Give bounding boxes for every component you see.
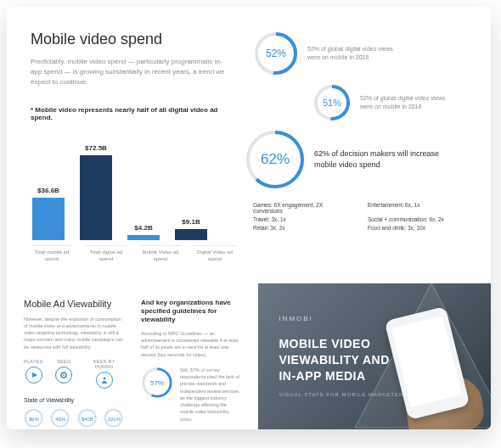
mini-donut-value: 46%: [55, 417, 65, 422]
bar-label: Mobile Video ad spend: [139, 245, 182, 263]
bar-rect: [80, 155, 112, 240]
guidelines-sub: And key organizations have specified gui…: [141, 299, 241, 325]
bar-label: Total mobile ad spend: [31, 245, 73, 263]
trio-label: PLAYED: [24, 359, 43, 364]
donut-pct: 62%: [261, 151, 290, 168]
col-left: Mobile video spend Predictably, mobile v…: [31, 31, 236, 263]
guidelines-text: According to MRC Guidelines — an adverti…: [141, 330, 241, 358]
donut: 51%: [312, 83, 352, 122]
bar-label: Digital Video ad spend: [194, 245, 236, 263]
donut-caption: 52% of global digital video views were o…: [307, 45, 401, 62]
bar: $9.1B: [173, 218, 209, 240]
state-title: State of Viewability: [24, 397, 124, 403]
mrc-pct: 57%: [150, 378, 164, 386]
bar-label: Total digital ad spend: [85, 245, 127, 263]
mrc-caption: Still, 57% of survey respondents cited t…: [180, 367, 241, 423]
donut-pct: 52%: [266, 48, 286, 59]
trio-item: SEEN BY HUMAN: [84, 359, 124, 389]
promo-panel: INMOBI MOBILE VIDEO VIEWABILITY AND IN-A…: [258, 283, 491, 429]
mini-donut-value: 101%: [108, 417, 121, 422]
mini-donut: 36%: [24, 408, 43, 429]
mrc-row: 57% Still, 57% of survey respondents cit…: [141, 367, 241, 423]
donut: 62%: [245, 129, 306, 190]
donut-caption: 62% of decision makers will increase mob…: [314, 148, 442, 170]
col-right: 52%52% of global digital video views wer…: [253, 31, 467, 263]
mini-donut: 101%: [104, 408, 123, 429]
section-intro: Predictably, mobile video spend — partic…: [31, 57, 226, 87]
mini-donuts: 36%46%$40B101%: [24, 408, 124, 429]
svg-point-9: [103, 377, 105, 379]
donut: 52%: [253, 31, 299, 76]
bar-value: $36.6B: [37, 187, 59, 194]
bar: $4.2B: [126, 224, 161, 240]
report-card: Mobile video spend Predictably, mobile v…: [7, 7, 491, 429]
stat-item: Entertainment: 6x, 1x: [368, 202, 467, 214]
stat-item: Retail: 3x, 2x: [253, 225, 352, 231]
bar: $72.5B: [78, 144, 114, 240]
stat-item: Travel: 3x, 1x: [253, 216, 352, 222]
viewability-trio: PLAYEDSEENSEEN BY HUMAN: [24, 359, 124, 389]
stats-grid: Games: 6X engagement, 2X conversionsEnte…: [253, 202, 467, 231]
viewability-col1: Mobile Ad Viewability However, despite t…: [24, 299, 124, 414]
mini-donut: $40B: [77, 408, 97, 429]
trio-label: SEEN: [55, 359, 72, 364]
donut-caption: 52% of global digital video views were o…: [360, 94, 453, 111]
mrc-donut: 57%: [141, 367, 173, 399]
eye-icon: [55, 367, 72, 384]
bar-value: $9.1B: [182, 218, 200, 226]
bar-value: $72.5B: [85, 144, 107, 152]
mini-donut-value: 36%: [29, 417, 39, 422]
panel-viewability: Mobile Ad Viewability However, despite t…: [7, 283, 491, 429]
donut-row: 51%52% of global digital video views wer…: [312, 83, 467, 122]
viewability-title: Mobile Ad Viewability: [24, 299, 124, 309]
section-title: Mobile video spend: [31, 31, 236, 48]
viewability-col2: And key organizations have specified gui…: [141, 299, 241, 414]
trio-item: PLAYED: [24, 359, 43, 384]
bar-chart-labels: Total mobile ad spendTotal digital ad sp…: [31, 240, 236, 263]
svg-marker-6: [32, 372, 37, 378]
stat-item: Social + communication: 6x, 2x: [368, 216, 467, 222]
trio-label: SEEN BY HUMAN: [84, 359, 124, 369]
bar-chart: $36.6B$72.5B$4.2B$9.1B: [31, 133, 236, 240]
mini-donut-value: $40B: [82, 417, 93, 422]
bar: $36.6B: [31, 187, 66, 240]
mini-donut: 46%: [50, 408, 70, 429]
stat-item: Food and drink: 3x, 10x: [368, 225, 467, 231]
svg-point-8: [63, 374, 65, 376]
bar-rect: [127, 235, 160, 240]
section-note: * Mobile video represents nearly half of…: [31, 106, 236, 121]
viewability-text: However, despite the explosion of consum…: [24, 316, 124, 350]
viewability-left: Mobile Ad Viewability However, despite t…: [7, 283, 258, 429]
donut-row: 52%52% of global digital video views wer…: [253, 31, 467, 76]
person-icon: [96, 372, 113, 389]
panel-mobile-video-spend: Mobile video spend Predictably, mobile v…: [7, 7, 491, 283]
donut-pct: 51%: [323, 98, 341, 108]
bar-rect: [175, 229, 207, 240]
donut-row: 62%62% of decision makers will increase …: [245, 129, 467, 190]
donut-stack: 52%52% of global digital video views wer…: [253, 31, 467, 190]
stat-item: Games: 6X engagement, 2X conversions: [253, 202, 352, 214]
play-icon: [25, 367, 42, 384]
trio-item: SEEN: [55, 359, 72, 384]
bar-rect: [32, 198, 65, 240]
bar-value: $4.2B: [134, 224, 152, 232]
